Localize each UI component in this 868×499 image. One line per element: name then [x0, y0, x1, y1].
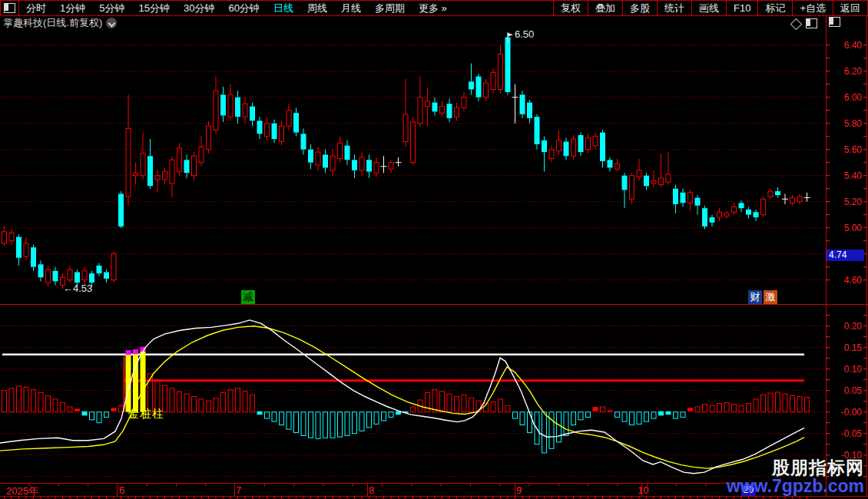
- macd-bar: [432, 390, 437, 412]
- macd-bar: [426, 393, 430, 412]
- candle-up: [192, 156, 197, 176]
- candle-down: [184, 160, 190, 173]
- symbol-titlebar[interactable]: 掌趣科技(日线.前复权): [3, 17, 117, 29]
- candle-up: [557, 140, 562, 151]
- candle-up: [732, 207, 737, 213]
- tool-item-画线[interactable]: 画线: [691, 1, 726, 15]
- macd-bar: [236, 388, 240, 412]
- period-item-日线[interactable]: 日线: [267, 2, 300, 15]
- tool-menu: 复权叠加多股统计画线F10标记+自选返回: [553, 1, 867, 15]
- candle-up: [761, 199, 766, 214]
- macd-bar: [805, 398, 810, 412]
- candle-up: [82, 271, 87, 280]
- candle-down: [644, 176, 649, 187]
- event-badge-激[interactable]: 激: [764, 290, 777, 304]
- candle-down: [293, 113, 299, 133]
- period-item-多周期[interactable]: 多周期: [368, 2, 412, 15]
- candle-up: [586, 137, 591, 149]
- tool-item-+自选[interactable]: +自选: [792, 1, 833, 15]
- macd-bar: [31, 390, 36, 412]
- macd-bar: [214, 398, 218, 412]
- candle-up: [651, 181, 656, 183]
- candle-down: [710, 217, 715, 223]
- macd-bar: [513, 412, 518, 418]
- high-price-annotation: 6.50: [515, 28, 534, 40]
- candle-down: [257, 121, 263, 134]
- price-axis-label: 5.20: [830, 197, 862, 207]
- candle-up: [724, 213, 729, 216]
- tool-item-复权[interactable]: 复权: [553, 1, 588, 15]
- diamond-icon: [790, 18, 803, 31]
- layout-toggle-button[interactable]: [1, 1, 19, 15]
- macd-bar: [301, 412, 306, 436]
- macd-bar: [207, 401, 211, 412]
- price-axis-label: 5.60: [830, 144, 862, 155]
- chart-canvas[interactable]: [0, 0, 868, 499]
- candle-up: [374, 163, 379, 173]
- candle-up: [24, 243, 28, 256]
- low-price-annotation: ←4.53: [63, 283, 92, 294]
- candle-down: [673, 189, 678, 204]
- period-item-周线[interactable]: 周线: [300, 2, 334, 15]
- period-item-月线[interactable]: 月线: [334, 2, 368, 15]
- candle-up: [499, 55, 503, 90]
- macd-bar: [111, 408, 117, 411]
- candle-down: [366, 160, 372, 171]
- candle-down: [476, 77, 482, 97]
- price-axis-label: 5.00: [830, 223, 862, 233]
- tool-item-多股[interactable]: 多股: [622, 1, 657, 15]
- macd-bar: [644, 412, 649, 421]
- time-axis-month-label: 9: [516, 484, 522, 496]
- frame-lines: [0, 15, 868, 497]
- tool-item-标记[interactable]: 标记: [757, 1, 792, 15]
- macd-bar: [9, 388, 14, 412]
- period-menu: 分时1分钟5分钟15分钟30分钟60分钟日线周线月线多周期更多 »: [19, 1, 454, 15]
- candle-down: [345, 146, 350, 160]
- macd-bar: [651, 412, 656, 418]
- period-item-更多 »[interactable]: 更多 »: [412, 2, 454, 15]
- macd-bar: [316, 412, 320, 439]
- candle-up: [163, 172, 167, 180]
- macd-bar: [294, 412, 299, 433]
- period-item-30分钟[interactable]: 30分钟: [177, 2, 221, 15]
- tool-item-统计[interactable]: 统计: [657, 1, 691, 15]
- macd-bar: [674, 412, 678, 418]
- macd-bar: [790, 395, 795, 411]
- macd-bar: [542, 412, 547, 453]
- period-item-60分钟[interactable]: 60分钟: [221, 2, 266, 15]
- macd-bar: [221, 393, 226, 412]
- price-axis-label: 6.00: [830, 92, 862, 103]
- macd-axis-label: 0.15: [830, 342, 862, 353]
- macd-bar: [104, 412, 109, 418]
- candle-down: [447, 104, 452, 118]
- tool-item-返回[interactable]: 返回: [833, 1, 867, 15]
- pane-toggle-button[interactable]: [806, 18, 817, 28]
- marker-tool-button[interactable]: [792, 20, 800, 28]
- macd-reference-lines: [2, 355, 804, 381]
- split-pane-icon: [806, 18, 817, 28]
- candle-up: [389, 163, 393, 170]
- tool-item-F10[interactable]: F10: [726, 1, 757, 15]
- macd-bar: [330, 412, 335, 438]
- split-pane-icon: [829, 17, 840, 27]
- event-badge-财[interactable]: 财: [748, 290, 762, 304]
- axis-pane-toggle-button[interactable]: [829, 17, 840, 27]
- chevron-down-icon[interactable]: [106, 18, 117, 28]
- period-item-5分钟[interactable]: 5分钟: [92, 2, 131, 15]
- macd-bar: [184, 394, 189, 412]
- candle-down: [739, 203, 744, 208]
- macd-bar: [97, 412, 101, 423]
- candle-down: [469, 81, 474, 89]
- macd-bar: [549, 412, 554, 449]
- candle-down: [308, 150, 313, 163]
- macd-bar: [630, 412, 634, 425]
- candle-up: [9, 233, 14, 241]
- tool-item-叠加[interactable]: 叠加: [588, 1, 622, 15]
- period-item-15分钟[interactable]: 15分钟: [131, 2, 176, 15]
- event-badge-减[interactable]: 减: [241, 290, 255, 304]
- candle-down: [104, 273, 109, 279]
- period-item-分时[interactable]: 分时: [19, 2, 53, 15]
- candle-up: [549, 150, 554, 159]
- candle-down: [250, 107, 255, 121]
- period-item-1分钟[interactable]: 1分钟: [53, 2, 92, 15]
